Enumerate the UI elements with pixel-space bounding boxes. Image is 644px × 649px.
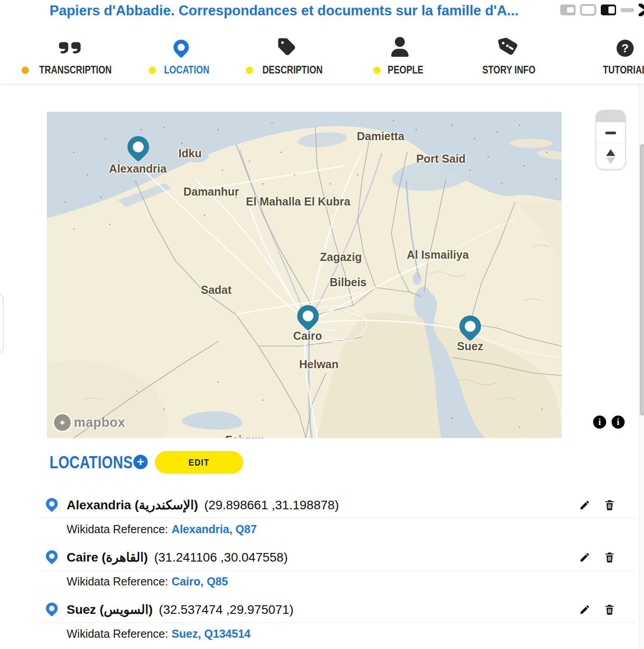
location-name-arabic: (الإسكندرية) (135, 498, 198, 512)
tab-location[interactable]: LOCATION (149, 34, 213, 76)
row-actions (579, 604, 615, 615)
location-name: Caire (67, 550, 98, 564)
map-pin-icon (170, 37, 192, 58)
side-drawer-handle[interactable] (0, 295, 4, 352)
tab-description[interactable]: DESCRIPTION (246, 34, 328, 76)
wikidata-label: Wikidata Reference: (67, 523, 168, 535)
tab-label: DESCRIPTION (263, 64, 323, 76)
wikidata-line: Wikidata Reference:Suez, Q134514 (67, 627, 635, 640)
info-button-2[interactable]: i (612, 416, 625, 429)
location-name: Suez (67, 603, 96, 617)
collapse-chevron-icon[interactable] (639, 4, 644, 16)
location-title: Caire (القاهرة) (31.241106 ,30.047558) (67, 550, 579, 565)
arrow-down-icon (606, 157, 615, 164)
tab-label: LOCATION (164, 64, 209, 76)
minimize-icon[interactable] (621, 8, 634, 12)
tab-label: TRANSCRIPTION (39, 64, 112, 76)
wikidata-label: Wikidata Reference: (67, 575, 168, 588)
location-item-alexandria: Alexandria (الإسكندرية) (29.898661 ,31.1… (41, 496, 635, 536)
location-coords: (31.241106 ,30.047558) (154, 550, 288, 564)
location-name: Alexandria (67, 498, 131, 512)
wikidata-link[interactable]: Alexandria, Q87 (172, 523, 257, 535)
location-row: Suez (السويس) (32.537474 ,29.975071) (41, 600, 635, 623)
locations-heading-text: LOCATIONS (50, 453, 133, 472)
tab-story-info[interactable]: STORY INFO (478, 34, 540, 76)
map-canvas[interactable]: Alexandria Idku Damanhur El Mahalla El K… (47, 112, 562, 438)
arrow-up-icon (606, 149, 615, 156)
location-pin-icon (44, 495, 60, 512)
location-item-caire: Caire (القاهرة) (31.241106 ,30.047558) W… (41, 548, 635, 588)
mapbox-logo-text: mapbox (74, 415, 125, 430)
main-nav: TRANSCRIPTION LOCATION DESCRIPTION PEOPL… (0, 27, 644, 84)
layout-full-icon[interactable] (580, 4, 596, 16)
status-dot (149, 67, 156, 74)
location-title: Suez (السويس) (32.537474 ,29.975071) (67, 602, 579, 617)
status-dot (22, 67, 29, 74)
story-editor-page: Papiers d'Abbadie. Correspondances et do… (0, 0, 644, 649)
location-name-arabic: (القاهرة) (102, 550, 148, 564)
status-dot (373, 67, 381, 74)
tab-label: PEOPLE (388, 64, 423, 76)
row-actions (579, 552, 615, 563)
scrollbar-thumb[interactable] (640, 144, 644, 416)
status-dot (246, 67, 253, 74)
plus-icon: + (137, 456, 144, 468)
zoom-in-button[interactable] (596, 110, 625, 122)
mapbox-logo-icon: ✦ (54, 414, 71, 431)
minus-icon (605, 132, 616, 134)
location-row: Caire (القاهرة) (31.241106 ,30.047558) (41, 548, 635, 571)
location-item-suez: Suez (السويس) (32.537474 ,29.975071) Wik… (41, 600, 635, 640)
tag-info-icon (497, 34, 521, 59)
wikidata-label: Wikidata Reference: (67, 627, 168, 640)
row-actions (579, 499, 615, 511)
wikidata-line: Wikidata Reference:Cairo, Q85 (67, 575, 635, 588)
page-title: Papiers d'Abbadie. Correspondances et do… (50, 3, 536, 19)
tab-people[interactable]: PEOPLE (373, 34, 426, 76)
edit-pencil-icon[interactable] (579, 499, 590, 511)
tab-label: TUTORIAL (603, 64, 644, 76)
delete-trash-icon[interactable] (604, 604, 615, 615)
add-location-button[interactable]: + (133, 455, 148, 469)
window-controls (560, 4, 644, 16)
edit-pencil-icon[interactable] (579, 552, 590, 563)
map-zoom-control (596, 110, 626, 169)
tag-icon (277, 37, 296, 57)
tab-label: STORY INFO (482, 64, 535, 76)
person-icon (391, 37, 409, 57)
tab-transcription[interactable]: TRANSCRIPTION (22, 34, 118, 76)
delete-trash-icon[interactable] (604, 552, 615, 563)
quote-icon (59, 39, 81, 57)
location-coords: (29.898661 ,31.198878) (204, 498, 339, 512)
edit-pencil-icon[interactable] (579, 604, 590, 615)
mapbox-attribution[interactable]: ✦ mapbox (54, 414, 125, 431)
wikidata-link[interactable]: Suez, Q134514 (172, 627, 250, 640)
pitch-toggle[interactable] (596, 144, 625, 169)
layout-split-right-icon[interactable] (601, 5, 616, 15)
location-pin-icon (44, 600, 60, 617)
scrollbar-track[interactable] (639, 85, 644, 649)
location-pin-icon (44, 548, 60, 564)
wikidata-link[interactable]: Cairo, Q85 (172, 575, 228, 588)
info-button-1[interactable]: i (593, 416, 606, 429)
locations-list: Alexandria (الإسكندرية) (29.898661 ,31.1… (41, 496, 635, 649)
zoom-out-button[interactable] (596, 122, 625, 144)
map-base-layer (47, 112, 562, 438)
location-name-arabic: (السويس) (100, 603, 153, 617)
edit-locations-button[interactable]: EDIT (155, 451, 243, 474)
location-row: Alexandria (الإسكندرية) (29.898661 ,31.1… (41, 496, 635, 518)
tab-tutorial[interactable]: ? TUTORIAL (599, 34, 644, 76)
wikidata-line: Wikidata Reference:Alexandria, Q87 (67, 523, 635, 536)
location-title: Alexandria (الإسكندرية) (29.898661 ,31.1… (67, 498, 579, 512)
layout-split-left-icon[interactable] (560, 5, 576, 15)
question-icon: ? (617, 40, 634, 57)
delete-trash-icon[interactable] (604, 499, 615, 511)
location-coords: (32.537474 ,29.975071) (159, 603, 294, 617)
